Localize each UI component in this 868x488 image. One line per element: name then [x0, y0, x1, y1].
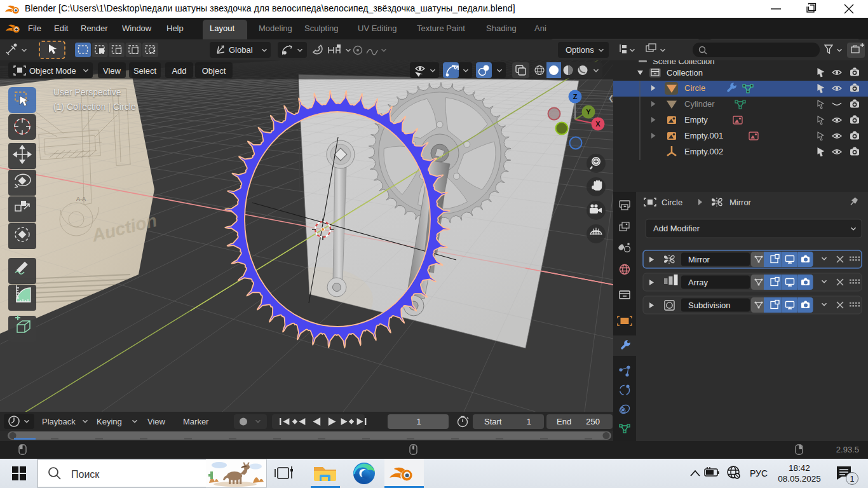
svg-text:Empty.002: Empty.002 — [684, 147, 723, 156]
svg-text:Mirror: Mirror — [688, 255, 710, 264]
svg-text:Collection: Collection — [667, 68, 703, 78]
svg-text:Add: Add — [172, 66, 186, 76]
svg-text:Global: Global — [229, 45, 253, 55]
svg-text:1: 1 — [416, 417, 421, 426]
svg-text:Empty: Empty — [684, 115, 708, 125]
svg-text:View: View — [103, 66, 121, 76]
svg-text:250: 250 — [586, 417, 600, 426]
svg-text:Z: Z — [573, 93, 578, 100]
svg-text:Keying: Keying — [97, 417, 122, 426]
svg-text:Cylinder: Cylinder — [684, 99, 715, 109]
svg-text:1: 1 — [850, 475, 855, 484]
svg-text:08.05.2025: 08.05.2025 — [778, 474, 821, 484]
svg-text:Object Mode: Object Mode — [29, 66, 76, 76]
svg-text:X: X — [595, 120, 600, 128]
svg-text:2.93.5: 2.93.5 — [836, 445, 859, 454]
svg-text:РУС: РУС — [750, 468, 768, 478]
svg-text:Array: Array — [688, 278, 709, 287]
svg-text:Object: Object — [202, 66, 226, 76]
svg-text:Start: Start — [484, 417, 502, 426]
svg-text:18:42: 18:42 — [789, 463, 810, 473]
svg-text:Empty.001: Empty.001 — [684, 131, 723, 140]
svg-text:Y: Y — [586, 108, 591, 116]
svg-text:Circle: Circle — [684, 83, 705, 93]
svg-text:Select: Select — [133, 66, 157, 76]
svg-text:Marker: Marker — [183, 417, 209, 426]
svg-text:Поиск: Поиск — [71, 469, 100, 480]
svg-text:A-A: A-A — [76, 196, 86, 202]
svg-text:View: View — [147, 417, 166, 426]
svg-text:Subdivision: Subdivision — [688, 301, 731, 310]
svg-text:Mirror: Mirror — [729, 198, 752, 207]
svg-text:Add Modifier: Add Modifier — [653, 224, 700, 233]
svg-text:Options: Options — [566, 45, 594, 55]
svg-text:1: 1 — [527, 417, 531, 426]
svg-text:Scene Collection: Scene Collection — [653, 60, 715, 66]
svg-text:End: End — [557, 417, 571, 426]
svg-text:Playback: Playback — [42, 417, 76, 426]
svg-text:Circle: Circle — [661, 198, 682, 207]
